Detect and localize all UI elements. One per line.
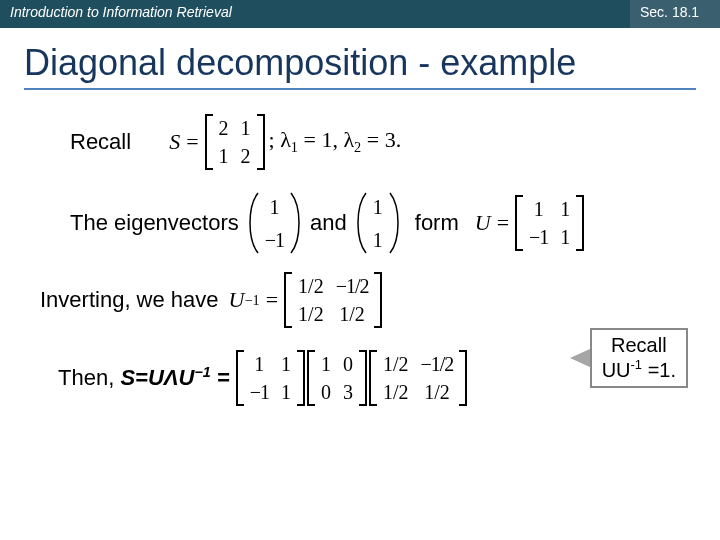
u-inverse-expr: U−1 = 1/21/2 −1/21/2 (229, 272, 383, 328)
matrix-then-Uinv: 1/21/2 −1/21/2 (369, 350, 467, 406)
matrix-U-inverse: 1/21/2 −1/21/2 (284, 272, 382, 328)
recall-math: S = 21 12 ; λ1 = 1, λ2 = 3. (169, 114, 401, 170)
slide-title: Diagonal decomposition - example (0, 28, 720, 88)
inverting-row: Inverting, we have U−1 = 1/21/2 −1/21/2 (0, 272, 720, 328)
matrix-then-lambda: 10 03 (307, 350, 367, 406)
callout-line1: Recall (602, 334, 676, 357)
symbol-S: S (169, 129, 180, 155)
slide-header: Introduction to Information Retrieval Se… (0, 0, 720, 28)
callout-line2: UU-1 =1. (602, 357, 676, 382)
matrix-then-U: 1−1 11 (236, 350, 305, 406)
eigenvalues-text: ; λ1 = 1, λ2 = 3. (265, 127, 402, 156)
symbol-U: U (475, 210, 491, 236)
arrow-left-icon (570, 348, 592, 368)
eigenvector-2: 11 (357, 192, 399, 254)
callout-box: Recall UU-1 =1. (590, 328, 688, 388)
form-label: form (399, 210, 475, 236)
inverting-label: Inverting, we have (40, 287, 219, 313)
then-label: Then, S=UΛU−1 = (58, 364, 230, 391)
eigenvectors-row: The eigenvectors 1−1 and 11 form U = 1−1… (0, 192, 720, 254)
header-course-title: Introduction to Information Retrieval (0, 0, 630, 28)
recall-label: Recall (70, 129, 131, 155)
eigenvector-1: 1−1 (249, 192, 300, 254)
matrix-U-expr: U = 1−1 11 (475, 195, 585, 251)
matrix-S: 21 12 (205, 114, 265, 170)
recall-callout: Recall UU-1 =1. (570, 328, 688, 388)
matrix-U: 1−1 11 (515, 195, 584, 251)
eigenvectors-label: The eigenvectors (70, 210, 239, 236)
header-section: Sec. 18.1 (630, 0, 720, 28)
recall-row: Recall S = 21 12 ; λ1 = 1, λ2 = 3. (0, 114, 720, 170)
and-label: and (300, 210, 357, 236)
